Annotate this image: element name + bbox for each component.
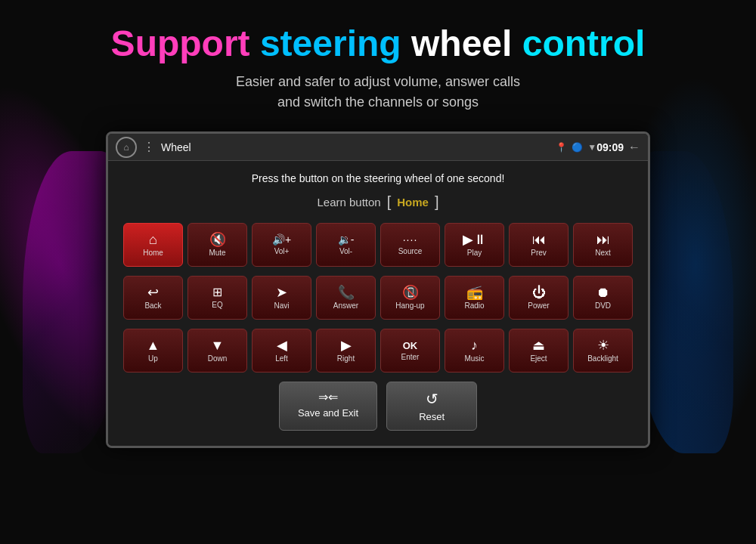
navi-icon: ➤ xyxy=(276,286,287,299)
radio-label: Radio xyxy=(464,301,484,310)
btn-down[interactable]: ▼ Down xyxy=(187,329,247,372)
screen-content: Press the button on the steering wheel o… xyxy=(108,161,648,446)
back-icon[interactable]: ← xyxy=(628,141,640,154)
save-exit-label: Save and Exit xyxy=(298,407,358,419)
save-exit-button[interactable]: ⇒⇐ Save and Exit xyxy=(279,382,377,431)
learn-button-row: Learn button [ Home ] xyxy=(123,193,633,211)
back-btn-icon: ↩ xyxy=(147,286,159,299)
menu-button[interactable]: ⋮ xyxy=(143,140,155,154)
btn-music[interactable]: ♪ Music xyxy=(445,329,504,372)
status-time: 09:09 xyxy=(596,141,624,153)
mute-label: Mute xyxy=(209,249,225,257)
up-label: Up xyxy=(148,354,158,363)
learn-label: Learn button xyxy=(317,196,380,209)
dvd-icon: ⏺ xyxy=(596,286,610,299)
btn-source[interactable]: ···· Source xyxy=(380,223,440,267)
btn-home[interactable]: ⌂ Home xyxy=(123,223,183,267)
app-title: Wheel xyxy=(161,141,556,153)
status-icons: 📍 🔵 ▼ xyxy=(556,142,596,153)
bluetooth-icon: 🔵 xyxy=(572,142,583,153)
radio-icon: 📻 xyxy=(466,286,483,299)
btn-prev[interactable]: ⏮ Prev xyxy=(509,223,569,267)
hangup-label: Hang-up xyxy=(395,301,424,310)
reset-label: Reset xyxy=(419,411,445,422)
eq-label: EQ xyxy=(212,301,222,309)
eq-icon: ⊞ xyxy=(212,286,222,298)
ok-icon: OK xyxy=(403,341,418,351)
vol-plus-icon: 🔊+ xyxy=(272,234,291,245)
eject-label: Eject xyxy=(530,354,547,363)
btn-backlight[interactable]: ☀ Backlight xyxy=(573,329,633,372)
down-icon: ▼ xyxy=(211,338,225,352)
learn-bracket-close: ] xyxy=(435,193,439,211)
btn-play[interactable]: ▶⏸ Play xyxy=(445,223,504,267)
source-label: Source xyxy=(398,247,423,255)
btn-back[interactable]: ↩ Back xyxy=(123,276,183,320)
right-label: Right xyxy=(337,354,355,363)
main-content: Support steering wheel control Easier an… xyxy=(0,0,756,448)
backlight-icon: ☀ xyxy=(597,338,609,352)
mute-icon: 🔇 xyxy=(209,233,226,246)
right-icon: ▶ xyxy=(341,338,352,352)
btn-answer[interactable]: 📞 Answer xyxy=(316,276,376,320)
btn-vol-plus[interactable]: 🔊+ Vol+ xyxy=(252,223,311,267)
reset-icon: ↺ xyxy=(426,390,438,408)
subtitle-line1: Easier and safer to adjust volume, answe… xyxy=(236,74,520,89)
left-icon: ◀ xyxy=(277,338,287,352)
title-control: control xyxy=(522,23,646,63)
btn-ok[interactable]: OK Enter xyxy=(380,329,440,372)
subtitle-line2: and switch the channels or songs xyxy=(277,94,479,110)
navi-label: Navi xyxy=(274,301,289,310)
btn-navi[interactable]: ➤ Navi xyxy=(252,276,311,320)
vol-minus-label: Vol- xyxy=(339,247,352,255)
btn-eject[interactable]: ⏏ Eject xyxy=(509,329,569,372)
hangup-icon: 📵 xyxy=(402,286,419,299)
prev-icon: ⏮ xyxy=(532,233,546,246)
home-label: Home xyxy=(143,249,163,257)
page-title: Support steering wheel control xyxy=(111,23,646,64)
up-icon: ▲ xyxy=(147,338,160,352)
btn-left[interactable]: ◀ Left xyxy=(252,329,311,372)
play-icon: ▶⏸ xyxy=(463,233,487,246)
btn-vol-minus[interactable]: 🔉- Vol- xyxy=(316,223,376,267)
prev-label: Prev xyxy=(531,249,547,257)
title-wheel: wheel xyxy=(411,23,512,63)
left-label: Left xyxy=(275,354,288,363)
learn-bracket-open: [ xyxy=(387,193,392,211)
btn-mute[interactable]: 🔇 Mute xyxy=(187,223,247,267)
save-exit-icon: ⇒⇐ xyxy=(318,390,338,404)
play-label: Play xyxy=(467,249,482,257)
bottom-buttons: ⇒⇐ Save and Exit ↺ Reset xyxy=(123,382,633,431)
btn-dvd[interactable]: ⏺ DVD xyxy=(573,276,633,320)
next-icon: ⏭ xyxy=(596,233,610,246)
next-label: Next xyxy=(595,249,611,257)
signal-icon: ▼ xyxy=(587,142,596,153)
btn-power[interactable]: ⏻ Power xyxy=(509,276,569,320)
music-icon: ♪ xyxy=(471,338,478,352)
device-frame: ⌂ ⋮ Wheel 📍 🔵 ▼ 09:09 ← Press the button… xyxy=(106,131,650,448)
btn-right[interactable]: ▶ Right xyxy=(316,329,376,372)
dvd-label: DVD xyxy=(595,301,611,310)
instruction-text: Press the button on the steering wheel o… xyxy=(123,172,633,184)
btn-next[interactable]: ⏭ Next xyxy=(573,223,633,267)
vol-minus-icon: 🔉- xyxy=(338,234,355,245)
status-bar: ⌂ ⋮ Wheel 📍 🔵 ▼ 09:09 ← xyxy=(108,134,648,161)
btn-hangup[interactable]: 📵 Hang-up xyxy=(380,276,440,320)
btn-radio[interactable]: 📻 Radio xyxy=(445,276,504,320)
button-grid-row1: ⌂ Home 🔇 Mute 🔊+ Vol+ 🔉- Vol- ···· xyxy=(123,223,633,267)
location-icon: 📍 xyxy=(556,142,567,153)
home-button[interactable]: ⌂ xyxy=(116,137,137,158)
down-label: Down xyxy=(208,354,228,363)
backlight-label: Backlight xyxy=(587,354,618,363)
button-grid-row3: ▲ Up ▼ Down ◀ Left ▶ Right OK Enter xyxy=(123,329,633,372)
reset-button[interactable]: ↺ Reset xyxy=(386,382,477,431)
learn-value: Home xyxy=(397,196,429,209)
answer-label: Answer xyxy=(333,301,358,310)
power-label: Power xyxy=(528,301,549,310)
btn-up[interactable]: ▲ Up xyxy=(123,329,183,372)
power-icon: ⏻ xyxy=(532,286,546,299)
ok-label: Enter xyxy=(401,353,420,361)
source-icon: ···· xyxy=(403,234,418,245)
back-label: Back xyxy=(144,301,161,310)
btn-eq[interactable]: ⊞ EQ xyxy=(187,276,247,320)
